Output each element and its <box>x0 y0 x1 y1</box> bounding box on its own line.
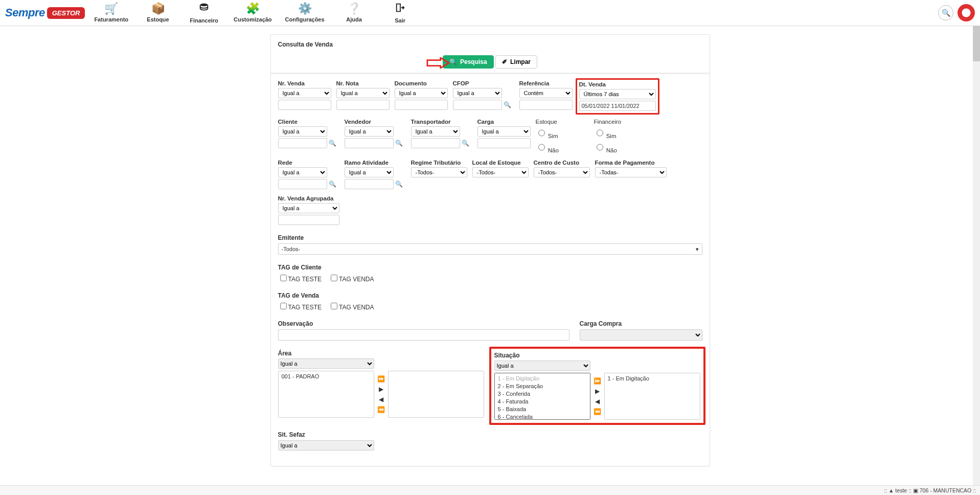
nav-ajuda[interactable]: ❔ Ajuda <box>338 2 371 24</box>
dt-venda-value[interactable]: 05/01/2022 11/01/2022 <box>579 101 656 111</box>
transportador-lookup-icon[interactable]: 🔍 <box>462 140 469 147</box>
ramo-input[interactable] <box>345 179 394 189</box>
rede-input[interactable] <box>278 179 327 189</box>
page-scrollbar[interactable] <box>973 26 980 486</box>
limpar-button[interactable]: ✐ Limpar <box>495 55 537 69</box>
observacao-input[interactable] <box>278 329 569 341</box>
tag-venda-venda[interactable]: TAG VENDA <box>329 301 374 311</box>
dt-venda-op[interactable]: Últimos 7 dias <box>579 89 656 99</box>
move-all-right-icon[interactable]: ⏩ <box>377 375 385 382</box>
nr-venda-agr-input[interactable] <box>278 215 339 225</box>
documento-input[interactable] <box>395 100 448 110</box>
field-local: Local de Estoque -Todos- <box>472 160 529 189</box>
tag-venda-teste[interactable]: TAG TESTE <box>278 301 322 311</box>
highlight-situacao: Situação Igual a 1 - Em Digitação 2 - Em… <box>489 347 705 425</box>
chat-button[interactable] <box>958 4 975 21</box>
global-search-button[interactable]: 🔍 <box>938 5 953 20</box>
emitente-value: -Todos- <box>282 246 301 252</box>
field-carga-compra: Carga Compra <box>580 320 702 341</box>
nav-label: Faturamento <box>94 16 128 22</box>
cfop-input[interactable] <box>453 100 502 110</box>
cliente-input[interactable] <box>278 138 327 148</box>
cfop-lookup-icon[interactable]: 🔍 <box>504 101 511 108</box>
field-carga: Carga Igual a <box>477 119 531 153</box>
logo-brand: Sempre <box>5 6 45 19</box>
nr-nota-input[interactable] <box>336 100 390 110</box>
scrollbar-thumb[interactable] <box>973 26 980 61</box>
sit-sefaz-op[interactable]: Igual a <box>278 440 374 451</box>
financeiro-sim[interactable]: Sim <box>594 126 647 139</box>
move-all-right-icon[interactable]: ⏩ <box>594 377 601 385</box>
cfop-op[interactable]: Igual a <box>453 88 502 98</box>
nr-nota-op[interactable]: Igual a <box>336 88 390 98</box>
divider <box>271 73 710 74</box>
field-rede: Rede Igual a 🔍 <box>278 160 339 189</box>
list-item[interactable]: 1 - Em Digitação <box>607 375 698 382</box>
ramo-lookup-icon[interactable]: 🔍 <box>396 181 403 188</box>
carga-input[interactable] <box>477 138 531 148</box>
nav-faturamento[interactable]: 🛒 Faturamento <box>94 2 128 24</box>
nav-estoque[interactable]: 📦 Estoque <box>142 2 174 24</box>
area-op[interactable]: Igual a <box>278 358 374 369</box>
move-left-icon[interactable]: ◀ <box>379 396 383 403</box>
list-item[interactable]: 001 - PADRAO <box>281 373 372 380</box>
situacao-available-list[interactable]: 1 - Em Digitação 2 - Em Separação 3 - Co… <box>494 373 590 420</box>
documento-op[interactable]: Igual a <box>395 88 448 98</box>
transportador-op[interactable]: Igual a <box>411 126 460 137</box>
rede-lookup-icon[interactable]: 🔍 <box>329 181 336 188</box>
tag-cliente-teste[interactable]: TAG TESTE <box>278 273 322 283</box>
situacao-selected-list[interactable]: 1 - Em Digitação <box>604 373 700 420</box>
vendedor-op[interactable]: Igual a <box>345 126 394 137</box>
nav-items: 🛒 Faturamento 📦 Estoque Financeiro 🧩 Cus… <box>94 2 416 24</box>
local-select[interactable]: -Todos- <box>472 167 529 177</box>
content-wrap: Consulta de Venda 🔍 Pesquisa ✐ Limpar Nr… <box>0 26 980 487</box>
ramo-op[interactable]: Igual a <box>345 167 394 177</box>
transportador-input[interactable] <box>411 138 460 148</box>
move-all-left-icon[interactable]: ⏪ <box>594 408 601 415</box>
nr-venda-input[interactable] <box>278 100 331 110</box>
situacao-op[interactable]: Igual a <box>494 361 590 371</box>
forma-select[interactable]: -Todas- <box>595 167 667 177</box>
area-transfer-buttons: ⏩ ▶ ◀ ⏪ <box>377 371 385 418</box>
referencia-op[interactable]: Contém <box>519 88 573 98</box>
cliente-op[interactable]: Igual a <box>278 126 327 137</box>
move-right-icon[interactable]: ▶ <box>379 386 383 393</box>
field-dt-venda: Dt. Venda Últimos 7 dias 05/01/2022 11/0… <box>579 81 656 111</box>
regime-select[interactable]: -Todos- <box>411 167 467 177</box>
logo[interactable]: Sempre GESTOR <box>5 6 85 19</box>
nr-venda-op[interactable]: Igual a <box>278 88 331 98</box>
emitente-select[interactable]: -Todos- ▾ <box>278 243 702 255</box>
chevron-down-icon: ▾ <box>696 246 699 253</box>
pesquisa-button[interactable]: 🔍 Pesquisa <box>443 55 494 69</box>
list-item[interactable]: 3 - Conferida <box>497 390 588 398</box>
cliente-lookup-icon[interactable]: 🔍 <box>329 140 336 147</box>
financeiro-nao[interactable]: Não <box>594 141 647 153</box>
estoque-sim[interactable]: Sim <box>536 126 589 139</box>
list-item[interactable]: 6 - Cancelada <box>497 413 588 420</box>
situacao-transfer-buttons: ⏩ ▶ ◀ ⏪ <box>594 373 601 420</box>
centro-select[interactable]: -Todos- <box>534 167 590 177</box>
referencia-input[interactable] <box>519 100 573 110</box>
tag-venda-label: TAG de Venda <box>278 292 702 299</box>
carga-compra-select[interactable] <box>580 329 702 341</box>
rede-op[interactable]: Igual a <box>278 167 327 177</box>
nr-venda-agr-op[interactable]: Igual a <box>278 203 339 213</box>
vendedor-lookup-icon[interactable]: 🔍 <box>396 140 403 147</box>
tag-cliente-venda[interactable]: TAG VENDA <box>329 273 374 283</box>
nav-customizacao[interactable]: 🧩 Customização <box>234 2 272 24</box>
move-all-left-icon[interactable]: ⏪ <box>377 406 385 413</box>
move-left-icon[interactable]: ◀ <box>595 398 600 405</box>
carga-op[interactable]: Igual a <box>477 126 531 137</box>
area-selected-list[interactable] <box>388 371 484 418</box>
list-item[interactable]: 4 - Faturada <box>497 398 588 406</box>
list-item[interactable]: 1 - Em Digitação <box>497 375 588 382</box>
vendedor-input[interactable] <box>345 138 394 148</box>
list-item[interactable]: 5 - Baixada <box>497 406 588 413</box>
nav-sair[interactable]: Sair <box>384 2 417 24</box>
move-right-icon[interactable]: ▶ <box>595 388 600 395</box>
estoque-nao[interactable]: Não <box>536 141 589 153</box>
list-item[interactable]: 2 - Em Separação <box>497 382 588 390</box>
nav-financeiro[interactable]: Financeiro <box>188 2 220 24</box>
nav-configuracoes[interactable]: ⚙️ Configurações <box>285 2 325 24</box>
area-available-list[interactable]: 001 - PADRAO <box>278 371 374 418</box>
